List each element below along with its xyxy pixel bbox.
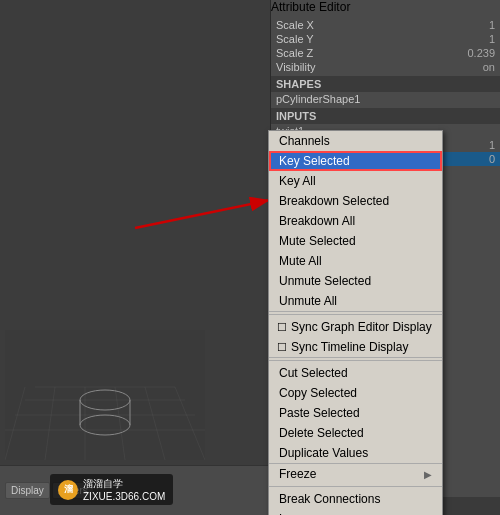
scale-x-value: 1 (489, 19, 495, 31)
menu-item-break-connections[interactable]: Break Connections (269, 489, 442, 509)
menu-item-mute-selected[interactable]: Mute Selected (269, 231, 442, 251)
menu-item-key-selected[interactable]: Key Selected (269, 151, 442, 171)
watermark: 溜 溜溜自学 ZIXUE.3D66.COM (50, 474, 173, 505)
menu-item-sync-graph[interactable]: Sync Graph Editor Display (269, 317, 442, 337)
freeze-arrow-icon: ▶ (424, 469, 432, 480)
watermark-logo: 溜 (58, 480, 78, 500)
menu-item-cut-selected[interactable]: Cut Selected (269, 363, 442, 383)
scale-y-label: Scale Y (276, 33, 314, 45)
menu-item-duplicate-values[interactable]: Duplicate Values (269, 443, 442, 464)
menu-item-freeze[interactable]: Freeze ▶ (269, 464, 442, 484)
menu-item-delete-selected[interactable]: Delete Selected (269, 423, 442, 443)
menu-item-copy-selected[interactable]: Copy Selected (269, 383, 442, 403)
scale-y-value: 1 (489, 33, 495, 45)
visibility-value: on (483, 61, 495, 73)
shapes-header: SHAPES (271, 76, 500, 92)
scale-x-label: Scale X (276, 19, 314, 31)
freeze-label: Freeze (279, 467, 316, 481)
scale-z-value: 0.239 (467, 47, 495, 59)
attribute-editor-tab[interactable]: Attribute Editor (271, 0, 500, 14)
menu-item-unmute-all[interactable]: Unmute All (269, 291, 442, 312)
watermark-line1: 溜溜自学 (83, 477, 165, 491)
shapes-value-row[interactable]: pCylinderShape1 (271, 92, 500, 106)
shapes-value: pCylinderShape1 (276, 93, 360, 105)
start-angle-value: 0 (489, 153, 495, 165)
viewport: Display Layers (0, 0, 270, 515)
menu-item-breakdown-all[interactable]: Breakdown All (269, 211, 442, 231)
context-menu: Channels Key Selected Key All Breakdown … (268, 130, 443, 515)
menu-item-unmute-selected[interactable]: Unmute Selected (269, 271, 442, 291)
envelope-value: 1 (489, 139, 495, 151)
menu-item-breakdown-selected[interactable]: Breakdown Selected (269, 191, 442, 211)
separator-1 (269, 314, 442, 315)
menu-item-mute-all[interactable]: Mute All (269, 251, 442, 271)
separator-3 (269, 486, 442, 487)
separator-2 (269, 360, 442, 361)
menu-item-lo[interactable]: Lo (269, 509, 442, 515)
scale-z-row: Scale Z 0.239 (271, 46, 500, 60)
svg-rect-0 (5, 330, 205, 460)
menu-item-key-all[interactable]: Key All (269, 171, 442, 191)
display-button[interactable]: Display (5, 482, 50, 499)
watermark-text: 溜溜自学 ZIXUE.3D66.COM (83, 477, 165, 502)
scale-z-label: Scale Z (276, 47, 313, 59)
menu-item-paste-selected[interactable]: Paste Selected (269, 403, 442, 423)
scale-x-row: Scale X 1 (271, 18, 500, 32)
visibility-label: Visibility (276, 61, 316, 73)
inputs-header: INPUTS (271, 108, 500, 124)
scale-y-row: Scale Y 1 (271, 32, 500, 46)
menu-item-sync-timeline[interactable]: Sync Timeline Display (269, 337, 442, 358)
visibility-row: Visibility on (271, 60, 500, 74)
menu-item-channels[interactable]: Channels (269, 131, 442, 151)
scale-section: Scale X 1 Scale Y 1 Scale Z 0.239 Visibi… (271, 14, 500, 74)
watermark-line2: ZIXUE.3D66.COM (83, 491, 165, 502)
viewport-grid (5, 330, 205, 460)
